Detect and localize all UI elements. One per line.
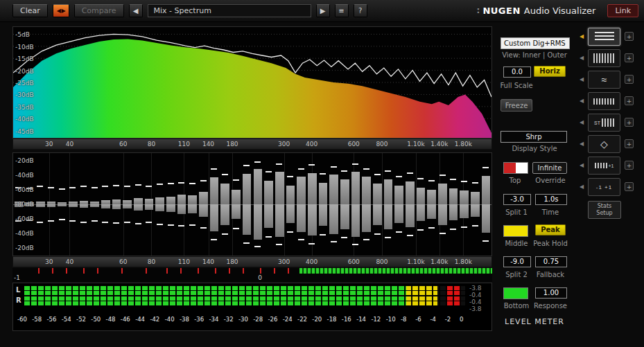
split1-field[interactable]: -3.0 <box>503 194 531 205</box>
play-icon: ▶ <box>320 7 326 15</box>
peak-hold-dash <box>37 222 43 223</box>
band-bar-down <box>166 204 175 212</box>
mini-meters-button[interactable]: +1 <box>588 157 620 175</box>
channel-label: R <box>16 296 21 304</box>
add-spectrogram-bars-button[interactable]: + <box>625 53 634 62</box>
mode-row: ◀◇+ <box>577 135 643 153</box>
view-mode-label: View: Inner | Outer <box>495 51 574 59</box>
peak-hold-dash <box>266 236 272 238</box>
peak-hold-dash <box>168 183 174 184</box>
stats-setup-button[interactable]: Stats Setup <box>588 201 621 219</box>
mode-collapse-arrow-icon[interactable]: ◀ <box>580 114 584 132</box>
band-bar-up <box>166 197 175 204</box>
middle-color-swatch[interactable] <box>503 225 528 237</box>
split2-field[interactable]: -9.0 <box>503 256 531 267</box>
bottom-color-swatch[interactable] <box>503 287 528 299</box>
help-button[interactable]: ? <box>354 4 367 17</box>
mode-collapse-arrow-icon[interactable]: ◀ <box>580 71 584 89</box>
band-bar-up <box>177 195 186 204</box>
waveform-button[interactable]: ≈ <box>588 71 620 89</box>
response-field[interactable]: 1.00 <box>535 287 567 299</box>
analysis-mode-select[interactable]: Custom Dig+RMS <box>501 37 570 49</box>
band-bar-down <box>69 204 78 207</box>
peak-hold-dash <box>178 225 184 226</box>
clear-button[interactable]: Clear <box>12 4 48 17</box>
mode-row: ◀+1+ <box>577 157 643 175</box>
band-bar-down <box>319 204 328 226</box>
band-bar-up <box>373 184 382 204</box>
stats-setup-line2: Setup <box>589 210 620 217</box>
play-button[interactable]: ▶ <box>316 4 330 17</box>
peak-hold-dash <box>396 176 402 177</box>
display-style-select[interactable]: Shrp <box>501 131 567 143</box>
prev-preset-button[interactable]: ◀ <box>129 4 143 17</box>
mode-collapse-arrow-icon[interactable]: ◀ <box>580 178 584 196</box>
peak-hold-dash <box>352 244 358 245</box>
correlation-range-button[interactable]: -1 +1 <box>588 178 620 196</box>
histogram-button[interactable] <box>588 92 620 110</box>
horiz-button[interactable]: Horiz <box>534 66 566 77</box>
time-label: Time <box>534 208 567 216</box>
full-scale-field[interactable]: 0.0 <box>503 66 531 78</box>
spectrogram-bars-button[interactable] <box>588 49 620 67</box>
ab-arrows-button[interactable]: ◀ ▶ <box>53 4 69 17</box>
add-correlation-range-button[interactable]: + <box>625 182 634 191</box>
mode-collapse-arrow-icon[interactable]: ◀ <box>580 92 584 110</box>
freq-label: 1.40k <box>430 141 448 148</box>
peak-hold-dash <box>276 244 282 245</box>
peak-hold-dash <box>428 180 435 181</box>
infinite-button[interactable]: Infinite <box>532 162 567 174</box>
preset-select[interactable]: Mix - Spectrum <box>148 4 311 17</box>
peak-hold-dash <box>266 171 272 172</box>
red-peak-tick <box>260 268 261 274</box>
red-peak-tick <box>215 268 216 274</box>
add-spectrum-lines-button[interactable]: + <box>625 32 634 41</box>
time-field[interactable]: 1.0s <box>535 194 567 205</box>
peak-hold-dash <box>102 186 108 187</box>
freq-label: 110 <box>178 258 190 265</box>
peak-hold-dash <box>450 229 456 230</box>
red-peak-tick <box>52 268 53 274</box>
freeze-button[interactable]: Freeze <box>501 99 532 112</box>
mode-collapse-arrow-icon[interactable]: ◀ <box>580 49 584 67</box>
band-bar-down <box>254 204 263 240</box>
vectorscope-diamond-button[interactable]: ◇ <box>588 135 620 153</box>
add-waveform-button[interactable]: + <box>625 75 634 84</box>
add-vectorscope-diamond-button[interactable]: + <box>625 139 634 148</box>
peak-hold-dash <box>363 168 369 170</box>
peak-hold-dash <box>331 166 337 168</box>
level-meter-bar-R <box>24 296 465 305</box>
add-histogram-button[interactable]: + <box>625 96 634 105</box>
preset-list-button[interactable]: ≡ <box>335 4 349 17</box>
stereo-bars-button[interactable]: ST <box>588 114 620 132</box>
peak-hold-dash <box>113 222 119 224</box>
freq-label: 180 <box>226 258 238 265</box>
band-bar-down <box>112 204 121 209</box>
meter-scale-label: -28 <box>253 316 263 323</box>
mode-collapse-arrow-icon[interactable]: ◀ <box>580 157 584 175</box>
meter-scale-label: -26 <box>268 316 278 323</box>
mode-collapse-arrow-icon[interactable]: ◀ <box>580 135 584 153</box>
add-stereo-bars-button[interactable]: + <box>625 118 634 127</box>
meter-scale-label: -36 <box>194 316 204 323</box>
band-bar-down <box>417 204 426 221</box>
split2-label: Split 2 <box>498 271 535 278</box>
freq-label: 600 <box>348 141 360 148</box>
top-color-swatch[interactable] <box>503 162 528 174</box>
meter-scale-label: -32 <box>224 316 234 323</box>
spectrum-lines-button[interactable] <box>588 28 620 46</box>
add-mini-meters-button[interactable]: + <box>625 161 634 170</box>
band-bar-down <box>47 204 56 207</box>
link-button[interactable]: Link <box>607 4 638 17</box>
mode-collapse-arrow-icon[interactable]: ◀ <box>580 28 584 46</box>
peak-hold-dash <box>59 219 65 220</box>
band-bar-up <box>340 179 349 204</box>
band-bar-down <box>351 204 360 237</box>
band-bar-up <box>460 190 469 204</box>
peak-hold-dash <box>92 220 98 222</box>
meter-scale-label: -10 <box>386 316 396 323</box>
peak-hold-dash <box>363 239 369 240</box>
fallback-field[interactable]: 0.75 <box>535 256 567 267</box>
peak-button[interactable]: Peak <box>535 224 566 235</box>
compare-button[interactable]: Compare <box>74 4 124 17</box>
